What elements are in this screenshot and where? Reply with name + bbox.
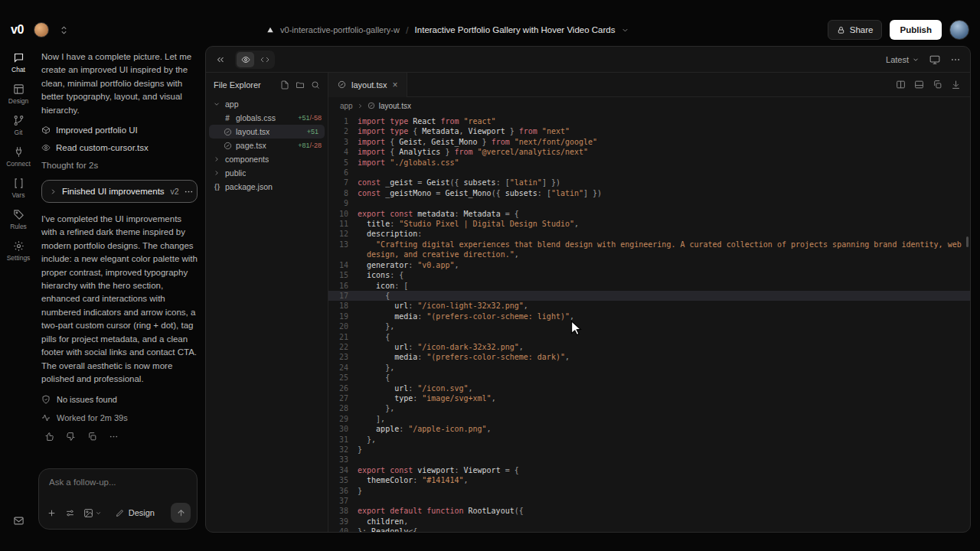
mail-icon[interactable] (13, 515, 24, 527)
code-line[interactable]: 2import type { Metadata, Viewport } from… (328, 126, 970, 136)
code-line[interactable]: 8const _geistMono = Geist_Mono({ subsets… (328, 188, 970, 198)
assistant-message-1: Now I have a complete picture. Let me cr… (41, 51, 198, 117)
send-button[interactable] (171, 503, 191, 523)
close-tab-icon[interactable]: × (392, 80, 397, 90)
code-line[interactable]: 39 children, (328, 517, 970, 527)
code-line[interactable]: 15 icons: { (328, 270, 970, 280)
code-line[interactable]: 40}: Readonly<{ (328, 527, 970, 532)
code-line[interactable]: 37 (328, 496, 970, 506)
code-line[interactable]: 24 }, (328, 363, 970, 373)
new-file-icon[interactable] (280, 80, 289, 90)
code-line[interactable]: 26 url: "/icon.svg", (328, 383, 970, 393)
tab-layout-tsx[interactable]: layout.tsx × (328, 73, 407, 97)
version-dropdown[interactable]: Latest (886, 55, 920, 64)
sidebar-item-connect[interactable]: Connect (2, 145, 35, 169)
file-tree-item-public[interactable]: public (206, 166, 328, 180)
user-avatar[interactable] (949, 20, 969, 40)
code-line[interactable]: 9 (328, 198, 970, 208)
code-line[interactable]: 1import type React from "react" (328, 116, 970, 126)
sidebar-item-vars[interactable]: Vars (2, 176, 35, 201)
copy-icon[interactable] (87, 432, 97, 442)
panel-bottom-icon[interactable] (914, 80, 924, 90)
file-tree-item-globals-css[interactable]: #globals.css+51/-58 (206, 111, 328, 125)
code-toggle-button[interactable] (256, 52, 273, 67)
avatar[interactable] (34, 22, 49, 37)
breadcrumb-file[interactable]: layout.tsx (379, 102, 411, 110)
code-line[interactable]: 25 { (328, 373, 970, 383)
code-line[interactable]: 33 (328, 455, 970, 465)
code-line[interactable]: 23 media: "(prefers-color-scheme: dark)"… (328, 352, 970, 362)
monitor-icon[interactable] (929, 54, 940, 65)
thumbs-up-icon[interactable] (44, 432, 54, 442)
file-tree-item-components[interactable]: components (206, 152, 328, 166)
code-line[interactable]: 7const _geist = Geist({ subsets: ["latin… (328, 178, 970, 187)
preview-toggle-button[interactable] (237, 52, 254, 67)
v0-logo[interactable]: v0 (11, 23, 24, 37)
design-mode-button[interactable]: Design (116, 508, 155, 517)
finished-version-card[interactable]: Finished UI improvements v2 (41, 180, 198, 203)
task-improved-portfolio-ui[interactable]: Improved portfolio UI (41, 126, 198, 135)
code-line[interactable]: 27 type: "image/svg+xml", (328, 393, 970, 403)
code-line[interactable]: 21 { (328, 332, 970, 342)
thumbs-down-icon[interactable] (66, 432, 76, 442)
breadcrumb-chat-title[interactable]: Interactive Portfolio Gallery with Hover… (415, 25, 616, 34)
code-area[interactable]: 1import type React from "react"2import t… (328, 114, 970, 532)
sidebar-item-chat[interactable]: Chat (2, 51, 35, 75)
code-line[interactable]: 6 (328, 168, 970, 178)
scrollbar-thumb[interactable] (966, 236, 969, 247)
code-line[interactable]: 4import { Analytics } from "@vercel/anal… (328, 147, 970, 157)
follow-up-input[interactable] (49, 478, 187, 487)
file-tree-item-page-tsx[interactable]: page.tsx+81/-28 (206, 139, 328, 152)
breadcrumb-project[interactable]: v0-interactive-portfolio-gallery-w (280, 25, 400, 34)
sidebar-item-settings[interactable]: Settings (2, 239, 35, 263)
download-icon[interactable] (951, 80, 961, 90)
more-icon[interactable] (184, 187, 194, 197)
code-line[interactable]: 38export default function RootLayout({ (328, 506, 970, 516)
sliders-icon[interactable] (65, 508, 75, 518)
code-line[interactable]: 20 }, (328, 321, 970, 331)
code-line[interactable]: 18 url: "/icon-light-32x32.png", (328, 301, 970, 311)
code-line[interactable]: 16 icon: [ (328, 281, 970, 291)
code-line[interactable]: 22 url: "/icon-dark-32x32.png", (328, 342, 970, 352)
sidebar-item-design[interactable]: Design (2, 82, 35, 106)
more-horizontal-icon[interactable] (109, 432, 119, 442)
code-line[interactable]: 13 "Crafting digital experiences that bl… (328, 240, 970, 260)
code-line[interactable]: 14 generator: "v0.app", (328, 260, 970, 270)
chevrons-up-down-icon[interactable] (59, 25, 69, 35)
file-tree-item-app[interactable]: app (206, 97, 328, 111)
breadcrumb-folder[interactable]: app (340, 102, 353, 110)
code-line[interactable]: 28 }, (328, 403, 970, 413)
code-line[interactable]: 31 }, (328, 435, 970, 445)
copy-icon[interactable] (933, 80, 942, 90)
code-line[interactable]: 5import "./globals.css" (328, 158, 970, 168)
code-line[interactable]: 11 title: "Studio Pixel | Digital Design… (328, 219, 970, 229)
code-line[interactable]: 17 { (328, 291, 970, 301)
code-line[interactable]: 10export const metadata: Metadata = { (328, 209, 970, 219)
code-line[interactable]: 3import { Geist, Geist_Mono } from "next… (328, 137, 970, 147)
collapse-panel-icon[interactable] (215, 54, 226, 65)
chevron-down-icon[interactable] (621, 26, 629, 34)
file-tree-item-layout-tsx[interactable]: layout.tsx+51 (209, 125, 325, 139)
plus-icon[interactable] (47, 508, 57, 518)
image-menu[interactable] (83, 508, 102, 518)
code-line[interactable]: 36} (328, 486, 970, 496)
code-line[interactable]: 29 ], (328, 414, 970, 424)
code-line[interactable]: 19 media: "(prefers-color-scheme: light)… (328, 311, 970, 321)
new-folder-icon[interactable] (296, 80, 305, 90)
sidebar-item-rules[interactable]: Rules (2, 207, 35, 232)
code-line[interactable]: 12 description: (328, 229, 970, 239)
sidebar-item-git[interactable]: Git (2, 113, 35, 138)
code-line[interactable]: 35 themeColor: "#141414", (328, 475, 970, 485)
task-read-custom-cursor[interactable]: Read custom-cursor.tsx (41, 143, 198, 152)
code-line[interactable]: 32} (328, 445, 970, 455)
code-line[interactable]: 30 apple: "/apple-icon.png", (328, 424, 970, 434)
code-line[interactable]: 34export const viewport: Viewport = { (328, 465, 970, 475)
split-columns-icon[interactable] (896, 80, 906, 90)
chevron-right-icon[interactable] (49, 187, 57, 196)
publish-button[interactable]: Publish (890, 20, 942, 40)
search-icon[interactable] (311, 80, 320, 90)
task-thought-duration[interactable]: Thought for 2s (41, 161, 198, 170)
file-tree-item-package-json[interactable]: { }package.json (206, 180, 328, 194)
share-button[interactable]: Share (828, 20, 883, 40)
more-horizontal-icon[interactable] (950, 54, 961, 65)
